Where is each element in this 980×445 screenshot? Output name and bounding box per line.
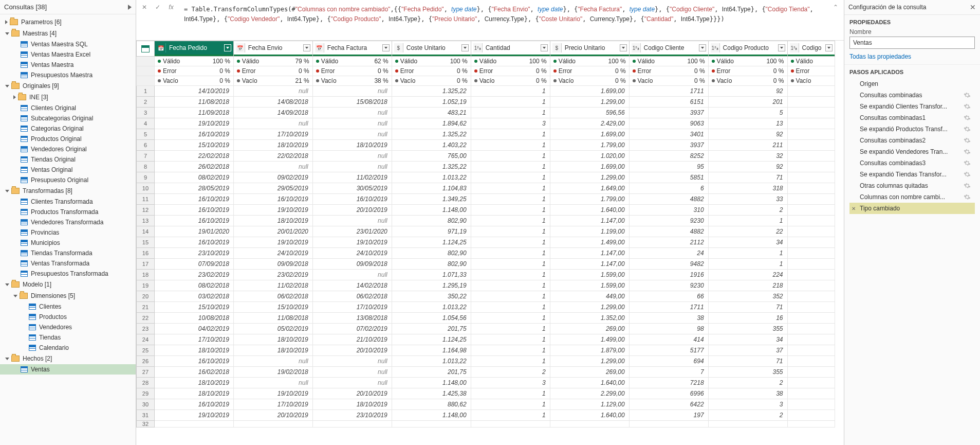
data-cell[interactable]: 17/10/2019 <box>154 334 233 345</box>
data-cell[interactable]: 16/10/2019 <box>154 216 233 226</box>
row-number[interactable]: 10 <box>137 183 155 194</box>
data-cell[interactable]: null <box>312 162 392 172</box>
gear-icon[interactable] <box>964 193 971 201</box>
data-cell[interactable]: 19/10/2019 <box>312 237 392 248</box>
select-all-corner[interactable] <box>137 41 155 57</box>
data-cell[interactable]: 18/10/2019 <box>233 334 312 345</box>
data-cell[interactable]: 1.071,33 <box>392 270 471 280</box>
data-cell[interactable]: 1 <box>471 86 550 97</box>
data-cell[interactable]: 37 <box>708 345 787 356</box>
data-cell[interactable]: 19/10/2019 <box>154 118 233 129</box>
data-cell[interactable]: 2 <box>708 378 787 388</box>
data-cell[interactable]: 9230 <box>629 280 708 291</box>
data-cell[interactable]: 1 <box>471 248 550 259</box>
query-group[interactable]: Transformadas [8] <box>0 185 136 197</box>
data-cell[interactable]: 71 <box>708 356 787 367</box>
data-cell[interactable]: 9230 <box>629 216 708 226</box>
query-group[interactable]: Parametros [6] <box>0 16 136 28</box>
data-cell[interactable]: 2 <box>708 205 787 216</box>
data-cell[interactable]: 1.649,00 <box>550 183 629 194</box>
data-cell[interactable]: 1.299,00 <box>550 172 629 183</box>
data-cell[interactable] <box>787 118 835 129</box>
data-cell[interactable]: 11/08/2018 <box>154 97 233 108</box>
data-cell[interactable]: 6422 <box>629 399 708 410</box>
data-cell[interactable] <box>787 237 835 248</box>
row-number[interactable]: 5 <box>137 129 155 140</box>
data-cell[interactable]: 16/10/2019 <box>154 356 233 367</box>
applied-step[interactable]: Consultas combinadas1 <box>849 112 975 123</box>
data-cell[interactable]: 1 <box>471 151 550 162</box>
data-cell[interactable]: 21/10/2019 <box>312 334 392 345</box>
column-filter-icon[interactable] <box>699 44 706 51</box>
data-cell[interactable] <box>154 421 233 428</box>
applied-step[interactable]: Otras columnas quitadas <box>849 180 975 191</box>
data-cell[interactable] <box>392 421 471 428</box>
applied-step[interactable]: Se expandió Tiendas Transfor... <box>849 169 975 180</box>
data-cell[interactable]: 1.299,00 <box>550 356 629 367</box>
data-cell[interactable]: 22/02/2018 <box>233 151 312 162</box>
data-cell[interactable]: null <box>233 162 312 172</box>
query-item[interactable]: Ventas Original <box>0 165 136 175</box>
data-cell[interactable]: 11/02/2019 <box>312 172 392 183</box>
column-filter-icon[interactable] <box>541 44 548 51</box>
data-cell[interactable]: null <box>312 129 392 140</box>
data-cell[interactable]: 18/10/2019 <box>154 388 233 399</box>
data-cell[interactable]: null <box>312 367 392 378</box>
gear-icon[interactable] <box>964 103 971 110</box>
data-cell[interactable]: 23/02/2019 <box>233 270 312 280</box>
data-cell[interactable]: 350,22 <box>392 291 471 302</box>
query-item[interactable]: Provincias <box>0 227 136 238</box>
data-cell[interactable]: 1 <box>471 97 550 108</box>
data-cell[interactable]: 18/10/2019 <box>154 345 233 356</box>
query-item[interactable]: Productos <box>0 312 136 322</box>
data-cell[interactable]: 19/02/2018 <box>233 367 312 378</box>
query-item[interactable]: Tiendas <box>0 332 136 343</box>
data-cell[interactable]: 11/02/2018 <box>233 280 312 291</box>
data-cell[interactable]: 92 <box>708 129 787 140</box>
data-cell[interactable]: 1.499,00 <box>550 237 629 248</box>
row-number[interactable]: 9 <box>137 172 155 183</box>
data-cell[interactable]: 8252 <box>629 151 708 162</box>
data-cell[interactable]: 201,75 <box>392 324 471 334</box>
row-number[interactable]: 23 <box>137 324 155 334</box>
data-cell[interactable]: 802,90 <box>392 248 471 259</box>
row-number[interactable]: 1 <box>137 86 155 97</box>
data-cell[interactable]: 13/08/2018 <box>312 313 392 324</box>
row-number[interactable]: 12 <box>137 205 155 216</box>
data-cell[interactable]: 1.147,00 <box>550 248 629 259</box>
applied-step[interactable]: Consultas combinadas <box>849 90 975 101</box>
data-cell[interactable]: 802,90 <box>392 259 471 270</box>
row-number[interactable]: 16 <box>137 248 155 259</box>
data-cell[interactable] <box>787 259 835 270</box>
type-icon[interactable]: 1²₃ <box>473 43 483 52</box>
query-item[interactable]: Tiendas Transformada <box>0 248 136 258</box>
data-cell[interactable]: 18/10/2019 <box>233 140 312 151</box>
data-cell[interactable]: 1.147,00 <box>550 216 629 226</box>
data-cell[interactable] <box>787 162 835 172</box>
properties-heading[interactable]: PROPIEDADES <box>849 19 975 25</box>
query-item[interactable]: Ventas Maestra <box>0 60 136 70</box>
data-cell[interactable]: 3 <box>471 378 550 388</box>
query-item[interactable]: Clientes Transformada <box>0 197 136 207</box>
data-cell[interactable]: 1 <box>708 216 787 226</box>
data-cell[interactable]: 1.148,00 <box>392 410 471 421</box>
row-number[interactable]: 18 <box>137 270 155 280</box>
data-cell[interactable]: 1 <box>471 291 550 302</box>
data-cell[interactable]: 10/08/2018 <box>154 313 233 324</box>
query-item[interactable]: Clientes Original <box>0 103 136 113</box>
query-item[interactable]: Municipios <box>0 238 136 248</box>
data-cell[interactable]: 1.295,19 <box>392 280 471 291</box>
data-cell[interactable]: 2 <box>708 410 787 421</box>
data-cell[interactable]: 218 <box>708 280 787 291</box>
data-cell[interactable] <box>787 97 835 108</box>
row-number[interactable]: 31 <box>137 410 155 421</box>
data-cell[interactable]: 1 <box>471 270 550 280</box>
data-cell[interactable]: 1.147,00 <box>550 259 629 270</box>
data-cell[interactable]: 3 <box>471 118 550 129</box>
query-group[interactable]: Modelo [1] <box>0 279 136 290</box>
data-cell[interactable]: 1 <box>471 399 550 410</box>
data-cell[interactable]: 1.124,25 <box>392 334 471 345</box>
data-cell[interactable]: 1.640,00 <box>550 378 629 388</box>
data-cell[interactable]: 1.325,22 <box>392 129 471 140</box>
data-cell[interactable]: 07/09/2018 <box>154 259 233 270</box>
